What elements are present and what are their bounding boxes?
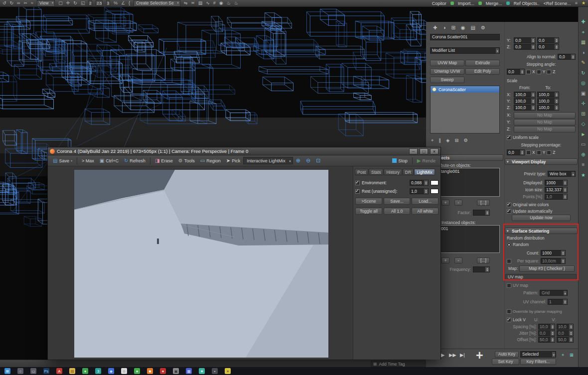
uniform-scale-checkbox[interactable] bbox=[507, 135, 511, 140]
snap-25d-icon[interactable]: 2.5 bbox=[96, 0, 103, 6]
rest-checkbox[interactable] bbox=[355, 189, 360, 194]
remove-modifier-icon[interactable]: ⊟ bbox=[454, 137, 458, 143]
uvw-map-button[interactable]: UVW Map bbox=[430, 60, 464, 66]
select-object-icon[interactable]: ▢ bbox=[58, 0, 63, 6]
app-teal[interactable]: ★ bbox=[199, 368, 205, 374]
lightmix-save-button[interactable]: Save... bbox=[384, 198, 411, 205]
tab-history[interactable]: History bbox=[384, 169, 402, 175]
stepping-pct-z-checkbox[interactable] bbox=[547, 150, 551, 155]
import-button[interactable]: Import... bbox=[458, 1, 474, 6]
app-dark[interactable]: ▪ bbox=[212, 368, 218, 374]
all-1-button[interactable]: All 1.0 bbox=[384, 208, 411, 215]
play-icon[interactable]: ► bbox=[581, 131, 586, 137]
isolate-icon[interactable]: ⌖ bbox=[562, 352, 564, 358]
instanced-remove-button[interactable]: - bbox=[454, 257, 462, 263]
app-gray[interactable]: ▣ bbox=[173, 368, 179, 374]
stepping-angle-z-checkbox[interactable] bbox=[547, 70, 551, 74]
refresh-button[interactable]: ↻Refresh bbox=[122, 157, 148, 164]
instanced-add-button[interactable]: + bbox=[441, 257, 449, 263]
environment-spinner[interactable]: 0,088 bbox=[410, 180, 429, 186]
spinner-arrows[interactable] bbox=[520, 69, 524, 74]
scale-z-from-spinner[interactable]: 100,0 bbox=[514, 105, 536, 111]
displayed-spinner[interactable]: 1000 bbox=[545, 180, 568, 186]
original-wire-colors-checkbox[interactable] bbox=[507, 203, 511, 207]
region-button[interactable]: ▭Region bbox=[198, 157, 223, 164]
copitor-button[interactable]: Copitor bbox=[432, 1, 446, 6]
update-automatically-checkbox[interactable] bbox=[507, 209, 511, 214]
merge-button[interactable]: Merge... bbox=[486, 1, 502, 6]
scale-z-to-spinner[interactable]: 100,0 bbox=[537, 105, 559, 111]
modifier-list-dropdown[interactable]: Modifier List bbox=[430, 47, 500, 54]
app-blue[interactable]: ◆ bbox=[108, 368, 114, 374]
configure-modifier-sets-icon[interactable]: ⚙ bbox=[463, 137, 468, 143]
box-icon[interactable]: ▣ bbox=[581, 91, 586, 96]
spacing-u-spinner[interactable]: 10,0 bbox=[538, 324, 555, 330]
scripts-plus-icon[interactable]: ✚ bbox=[581, 19, 585, 24]
large-plus-icon[interactable]: + bbox=[476, 348, 483, 363]
make-unique-icon[interactable]: ◈ bbox=[446, 137, 449, 143]
object-name-field[interactable]: Corona Scatter001 bbox=[430, 34, 500, 40]
stop-button[interactable]: Stop bbox=[390, 157, 410, 164]
to-scene-button[interactable]: >Scene bbox=[355, 198, 382, 205]
start-button[interactable]: ⊞ bbox=[4, 368, 10, 374]
schematic-view-icon[interactable]: # bbox=[213, 0, 216, 6]
tab-post[interactable]: Post bbox=[355, 169, 368, 175]
app-browser[interactable]: ● bbox=[82, 368, 88, 374]
extrude-button[interactable]: Extrude bbox=[465, 60, 500, 66]
factor-spinner[interactable] bbox=[473, 210, 490, 216]
app-clock[interactable]: ○ bbox=[121, 368, 127, 374]
undo-icon[interactable]: ↺ bbox=[2, 0, 6, 6]
scale-x-from-spinner[interactable]: 100,0 bbox=[514, 92, 536, 98]
half-sphere-icon[interactable]: ◑ bbox=[582, 50, 585, 55]
spinner-arrows[interactable] bbox=[531, 105, 535, 110]
target-icon[interactable]: ◎ bbox=[581, 80, 586, 86]
vfb-title-bar[interactable]: Corona 4 (DailyBuild Jan 22 2019) | 673×… bbox=[48, 147, 441, 155]
redo-icon[interactable]: ↻ bbox=[10, 0, 14, 6]
ref-scene-button[interactable]: <Ref Scene... bbox=[544, 1, 571, 6]
spinner-arrows[interactable] bbox=[563, 299, 567, 304]
snap-2d-icon[interactable]: 2 bbox=[88, 0, 92, 6]
jitter-v-spinner[interactable]: 0,0 bbox=[557, 330, 574, 336]
spinner-arrows[interactable] bbox=[424, 180, 428, 185]
override-planar-checkbox[interactable] bbox=[507, 309, 511, 314]
spinner-arrows[interactable] bbox=[531, 92, 535, 97]
map-x-button[interactable]: No Map bbox=[514, 112, 576, 119]
display-tab-icon[interactable]: ▤ bbox=[471, 25, 475, 30]
distribute-add-button[interactable]: + bbox=[441, 200, 449, 206]
spinner-arrows[interactable] bbox=[571, 54, 575, 59]
map-y-button[interactable]: No Map bbox=[514, 119, 576, 125]
edit-icon[interactable]: ✎ bbox=[581, 60, 585, 65]
scale-y-to-spinner[interactable]: 100,0 bbox=[537, 98, 559, 104]
stepping-pct-y-checkbox[interactable] bbox=[537, 150, 541, 155]
show-end-result-icon[interactable]: ∥ bbox=[439, 137, 441, 143]
toggle-all-button[interactable]: Toggle all bbox=[355, 208, 382, 215]
align-to-normal-spinner[interactable]: 0,0 bbox=[558, 54, 576, 60]
environment-color-swatch[interactable] bbox=[431, 180, 439, 185]
angle-snap-icon[interactable]: ∠ bbox=[121, 0, 125, 6]
render-button[interactable]: ▶Rende bbox=[415, 157, 438, 164]
spinner-arrows[interactable] bbox=[563, 187, 567, 192]
move-icon[interactable]: ✛ bbox=[581, 101, 585, 106]
render-setup-icon[interactable]: ♨ bbox=[227, 0, 231, 6]
spinner-arrows[interactable] bbox=[520, 150, 524, 155]
set-key-button[interactable]: Set Key bbox=[492, 359, 519, 365]
key-filters-button[interactable]: Key Filters... bbox=[520, 359, 556, 365]
minimize-button[interactable]: ─ bbox=[409, 148, 418, 154]
app-green[interactable]: ● bbox=[134, 368, 140, 374]
play-button[interactable]: ▶ bbox=[441, 352, 444, 358]
selection-set-dropdown[interactable]: Create Selection Se bbox=[134, 0, 180, 6]
spacing-v-spinner[interactable]: 10,0 bbox=[557, 324, 574, 330]
app-yellow[interactable]: ★ bbox=[225, 368, 231, 374]
maximize-button[interactable]: ▢ bbox=[420, 148, 428, 154]
spinner-arrows[interactable] bbox=[531, 44, 535, 49]
rotation-y-to-spinner[interactable]: 0,0 bbox=[537, 37, 559, 43]
icon-size-spinner[interactable]: 132,337 bbox=[545, 187, 568, 193]
selected-dropdown[interactable]: Selected bbox=[520, 351, 556, 358]
spinner-arrows[interactable] bbox=[550, 331, 555, 336]
offset-v-spinner[interactable]: 50,0 bbox=[557, 337, 574, 343]
zoom-in-icon[interactable]: ⊕ bbox=[294, 156, 303, 165]
environment-checkbox[interactable] bbox=[355, 181, 360, 185]
sweep-button[interactable]: Sweep bbox=[430, 77, 464, 83]
stepping-percentage-spinner[interactable]: 0,0 bbox=[507, 149, 525, 155]
to-max-button[interactable]: > Max bbox=[79, 157, 97, 164]
